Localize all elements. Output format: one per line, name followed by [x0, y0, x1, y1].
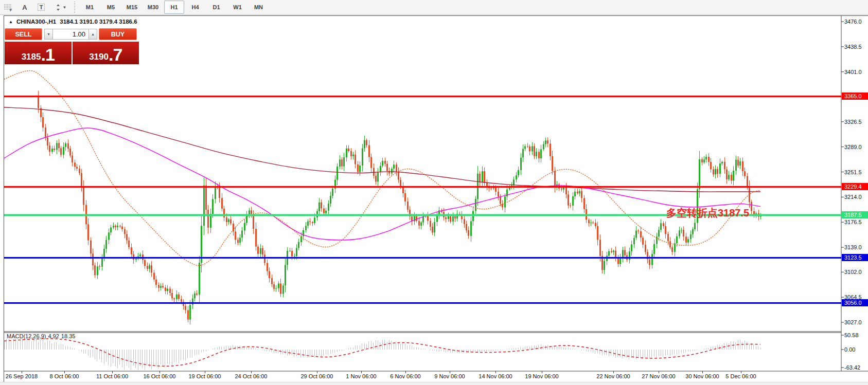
- price-tick-label: 3176.5: [844, 219, 862, 225]
- volume-increment-button[interactable]: ▴: [88, 29, 97, 40]
- ohlc-values: 3184.1 3191.0 3179.4 3186.6: [60, 19, 137, 25]
- time-tick-label: 19 Nov 06:00: [525, 373, 558, 379]
- price-tick-label: 3289.0: [844, 144, 862, 150]
- ask-price-fraction: .7: [109, 47, 122, 62]
- price-axis[interactable]: 3476.03438.53401.03326.53289.03251.53214…: [841, 19, 868, 371]
- buy-button[interactable]: BUY: [99, 28, 137, 40]
- price-tick-label: 3027.0: [844, 319, 862, 325]
- macd-indicator-label: MACD(12,26,9)4.9218.35: [7, 333, 77, 339]
- time-tick-label: 9 Nov 06:00: [434, 373, 465, 379]
- ask-price-main: 3190: [89, 52, 109, 62]
- candlesticks: [36, 90, 761, 324]
- time-tick-label: 26 Sep 2018: [6, 373, 38, 379]
- macd-histogram: [5, 338, 761, 370]
- price-tick-label: 3139.0: [844, 244, 862, 250]
- time-tick-label: 8 Oct 06:00: [50, 373, 79, 379]
- main-price-panel: [4, 70, 761, 324]
- bid-price-main: 3185: [22, 52, 41, 62]
- trading-terminal-window: F A T ▼ M1M5M15M30H1H4D1W1MN 3476.03438.…: [0, 0, 868, 385]
- collapse-triangle-icon[interactable]: ▲: [9, 20, 13, 24]
- price-tick-label: 3214.0: [844, 194, 862, 200]
- ask-price-display[interactable]: 3190.7: [73, 42, 139, 64]
- symbol-period-label: CHINA300-,H1: [16, 19, 56, 25]
- price-tick-label: 3476.0: [844, 19, 862, 25]
- chart-text-annotation[interactable]: 多空转折点3187.5: [666, 206, 749, 220]
- macd-tick-label: 50.58: [844, 332, 859, 338]
- time-tick-label: 24 Oct 06:00: [235, 373, 268, 379]
- window-bottom-strip: [0, 382, 868, 385]
- price-badge-label: 3365.0: [844, 93, 862, 99]
- time-tick-label: 30 Nov 06:00: [685, 373, 719, 379]
- macd-main-value: 4.92: [48, 333, 59, 339]
- time-tick-label: 16 Oct 06:00: [144, 373, 176, 379]
- price-tick-label: 3401.0: [844, 69, 862, 75]
- price-tick-label: 3102.0: [844, 269, 862, 275]
- sell-button[interactable]: SELL: [5, 28, 42, 40]
- chart-header: ▲ CHINA300-,H1 3184.1 3191.0 3179.4 3186…: [7, 18, 139, 25]
- bid-price-fraction: .1: [41, 47, 54, 62]
- price-badge-label: 3187.5: [844, 212, 862, 218]
- volume-decrement-button[interactable]: ▾: [44, 29, 53, 40]
- ma-slow-line: [4, 107, 760, 192]
- time-tick-label: 11 Oct 06:00: [96, 373, 128, 379]
- price-badge-label: 3229.4: [844, 184, 862, 190]
- time-tick-label: 5 Dec 06:00: [725, 373, 756, 379]
- macd-tick-label: -63.42: [844, 364, 860, 371]
- macd-tick-label: 0.00: [844, 346, 855, 353]
- time-tick-label: 14 Nov 06:00: [479, 373, 512, 379]
- one-click-trade-panel: SELL ▾ 1.00 ▴ BUY 3185.1 3190.7: [5, 28, 139, 64]
- time-tick-label: 6 Nov 06:00: [390, 373, 420, 379]
- bid-price-display[interactable]: 3185.1: [5, 42, 72, 64]
- volume-input[interactable]: 1.00: [53, 29, 88, 40]
- price-tick-label: 3251.5: [844, 169, 862, 175]
- macd-signal-value: 18.35: [61, 333, 76, 339]
- macd-name: MACD(12,26,9): [7, 333, 46, 339]
- macd-panel: [4, 338, 761, 370]
- time-tick-label: 22 Nov 06:00: [596, 373, 630, 379]
- price-tick-label: 3326.5: [844, 119, 862, 125]
- ma-fast-line: [4, 70, 760, 265]
- time-tick-label: 27 Nov 06:00: [642, 373, 675, 379]
- time-tick-label: 1 Nov 06:00: [346, 373, 376, 379]
- price-badge-label: 3123.5: [844, 254, 862, 261]
- time-tick-label: 19 Oct 06:00: [189, 373, 221, 379]
- chart-frame: [4, 16, 868, 371]
- time-axis[interactable]: 26 Sep 20188 Oct 06:0011 Oct 06:0016 Oct…: [6, 371, 756, 379]
- price-tick-label: 3438.5: [844, 44, 862, 50]
- price-badge-label: 3056.0: [844, 300, 862, 306]
- time-tick-label: 29 Oct 06:00: [301, 373, 333, 379]
